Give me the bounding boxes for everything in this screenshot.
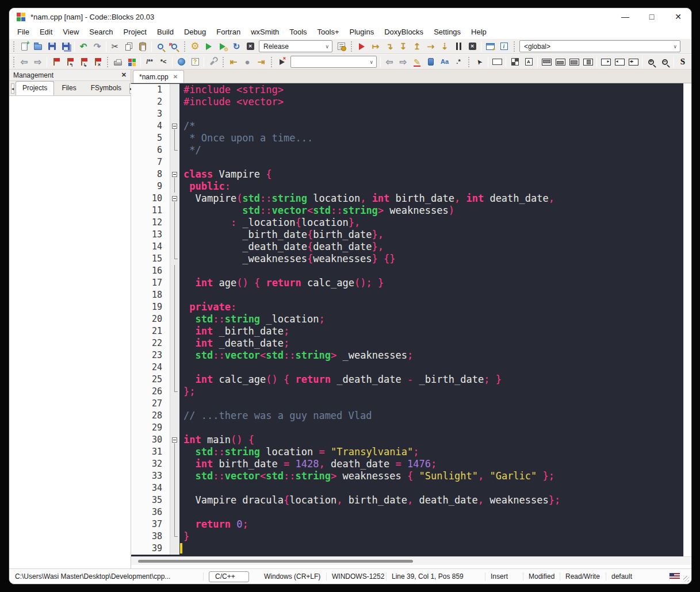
doxyblocks-extract-docs-button[interactable] bbox=[111, 55, 125, 68]
menu-project[interactable]: Project bbox=[118, 26, 152, 37]
replace-button[interactable] bbox=[167, 40, 181, 53]
incsearch-next-button[interactable]: ⇥ bbox=[254, 55, 268, 68]
selected-text-toggle-button[interactable] bbox=[424, 55, 438, 68]
step-into-instruction-button[interactable]: ⇣ bbox=[438, 40, 452, 53]
next-bookmark-button[interactable] bbox=[76, 55, 90, 68]
save-file-button[interactable] bbox=[45, 40, 59, 53]
toolbar-grip[interactable] bbox=[106, 57, 109, 67]
code-line-36[interactable]: 36 bbox=[131, 506, 683, 518]
sizer-border-all-button[interactable] bbox=[581, 55, 595, 68]
code-line-13[interactable]: 13 _birth_date{birth_date}, bbox=[131, 229, 683, 241]
incsearch-clear-button[interactable] bbox=[275, 55, 289, 68]
wxsmith-window-button[interactable] bbox=[490, 55, 504, 68]
vertical-scrollbar[interactable] bbox=[683, 83, 691, 556]
toolbar-grip[interactable] bbox=[350, 41, 353, 52]
nav-back-button[interactable]: ⇦ bbox=[17, 55, 31, 68]
sizer-border-left-button[interactable] bbox=[567, 55, 581, 68]
code-line-15[interactable]: 15 _weaknesses{weaknesses} {} bbox=[131, 253, 683, 265]
new-file-button[interactable] bbox=[17, 40, 31, 53]
debug-stop-button[interactable] bbox=[465, 40, 479, 53]
menu-view[interactable]: View bbox=[58, 26, 84, 37]
menu-doxyblocks[interactable]: DoxyBlocks bbox=[379, 26, 429, 37]
code-line-6[interactable]: 6 */ bbox=[131, 144, 683, 156]
menu-fortran[interactable]: Fortran bbox=[211, 26, 246, 37]
use-regex-button[interactable]: .* bbox=[452, 55, 465, 68]
code-line-10[interactable]: 10 Vampire(std::string location, int bir… bbox=[131, 193, 683, 205]
fold-margin[interactable] bbox=[170, 193, 179, 205]
run-button[interactable] bbox=[202, 40, 216, 53]
next-instruction-button[interactable]: ⇢ bbox=[424, 40, 438, 53]
code-line-28[interactable]: 28// ...there was a guy named Vlad bbox=[131, 410, 683, 422]
fold-margin[interactable] bbox=[170, 434, 179, 446]
redo-button[interactable]: ↷ bbox=[90, 40, 104, 53]
toolbar-grip[interactable] bbox=[12, 57, 16, 67]
menu-file[interactable]: File bbox=[12, 26, 35, 37]
code-line-9[interactable]: 9 public: bbox=[131, 180, 683, 193]
doxy-run-html-button[interactable] bbox=[174, 55, 188, 68]
doxy-settings-button[interactable] bbox=[206, 55, 220, 68]
code-line-11[interactable]: 11 std::vector<std::string> weaknesses) bbox=[131, 205, 683, 217]
code-line-17[interactable]: 17 int age() { return calc_age(); } bbox=[131, 277, 683, 289]
toggle-bookmark-button[interactable] bbox=[49, 55, 63, 68]
close-icon[interactable]: ✕ bbox=[173, 74, 178, 80]
code-line-25[interactable]: 25 int calc_age() { return _death_date -… bbox=[131, 374, 683, 386]
minimize-button[interactable]: — bbox=[612, 12, 638, 21]
chevron-down-icon[interactable]: ∨ bbox=[673, 44, 677, 49]
wxsmith-grid-button[interactable] bbox=[508, 55, 522, 68]
menu-search[interactable]: Search bbox=[84, 26, 118, 37]
chevron-down-icon[interactable]: ∨ bbox=[325, 44, 329, 49]
management-tab-files[interactable]: Files bbox=[55, 81, 83, 95]
code-line-37[interactable]: 37 return 0; bbox=[131, 518, 683, 531]
code-line-24[interactable]: 24 bbox=[131, 362, 683, 374]
save-all-button[interactable] bbox=[59, 40, 72, 53]
code-line-14[interactable]: 14 _death_date{death_date}, bbox=[131, 241, 683, 253]
code-line-12[interactable]: 12 : _location{location}, bbox=[131, 217, 683, 229]
nav-forward-button[interactable]: ⇨ bbox=[31, 55, 45, 68]
menu-tools[interactable]: Tools bbox=[284, 26, 312, 37]
code-line-18[interactable]: 18 bbox=[131, 289, 683, 301]
code-line-2[interactable]: 2#include <vector> bbox=[131, 96, 683, 108]
code-line-7[interactable]: 7 bbox=[131, 156, 683, 168]
debug-info-button[interactable] bbox=[497, 40, 511, 53]
expand-left-button[interactable] bbox=[613, 55, 626, 68]
undo-button[interactable]: ↶ bbox=[76, 40, 90, 53]
build-button[interactable]: ⚙ bbox=[188, 40, 202, 53]
debug-continue-button[interactable] bbox=[355, 40, 369, 53]
toolbar-grip[interactable] bbox=[183, 41, 186, 52]
maximize-button[interactable]: □ bbox=[638, 12, 665, 21]
debugging-windows-button[interactable] bbox=[483, 40, 497, 53]
incsearch-highlight-button[interactable]: ● bbox=[240, 55, 254, 68]
code-line-8[interactable]: 8class Vampire { bbox=[131, 168, 683, 180]
doxy-run-chm-button[interactable] bbox=[188, 55, 202, 68]
code-line-3[interactable]: 3 bbox=[131, 108, 683, 120]
open-file-button[interactable] bbox=[31, 40, 45, 53]
zoom-out-button[interactable] bbox=[658, 55, 672, 68]
incsearch-input[interactable]: ∨ bbox=[290, 56, 377, 68]
projects-tree[interactable] bbox=[9, 96, 131, 568]
expand-right-button[interactable] bbox=[599, 55, 613, 68]
horizontal-scrollbar[interactable] bbox=[131, 556, 691, 565]
wxsmith-c-button[interactable]: C bbox=[690, 55, 691, 68]
menu-build[interactable]: Build bbox=[152, 26, 179, 37]
code-line-38[interactable]: 38} bbox=[131, 531, 683, 543]
code-line-16[interactable]: 16 bbox=[131, 265, 683, 277]
horizontal-scrollbar-thumb[interactable] bbox=[138, 560, 413, 563]
code-line-30[interactable]: 30int main() { bbox=[131, 434, 683, 446]
prev-bookmark-button[interactable] bbox=[63, 55, 76, 68]
code-line-5[interactable]: 5 * Once upon a time... bbox=[131, 132, 683, 144]
tabs-scroll-left[interactable]: ◂ bbox=[11, 83, 14, 94]
wxsmith-s-button[interactable]: S bbox=[676, 55, 690, 68]
match-prev-button[interactable]: ⇦ bbox=[382, 55, 396, 68]
toolbar-grip[interactable] bbox=[270, 57, 273, 67]
code-line-35[interactable]: 35 Vampire dracula{location, birth_date,… bbox=[131, 494, 683, 506]
build-target-select[interactable]: Release∨ bbox=[259, 40, 332, 52]
code-line-29[interactable]: 29 bbox=[131, 422, 683, 434]
code-line-33[interactable]: 33 std::vector<std::string> weaknesses {… bbox=[131, 470, 683, 482]
copy-button[interactable] bbox=[122, 40, 136, 53]
abort-build-button[interactable] bbox=[243, 40, 257, 53]
code-line-34[interactable]: 34 bbox=[131, 482, 683, 494]
clear-bookmarks-button[interactable] bbox=[90, 55, 104, 68]
close-button[interactable]: ✕ bbox=[665, 12, 691, 21]
menu-debug[interactable]: Debug bbox=[179, 26, 211, 37]
match-case-button[interactable]: Aa bbox=[438, 55, 452, 68]
